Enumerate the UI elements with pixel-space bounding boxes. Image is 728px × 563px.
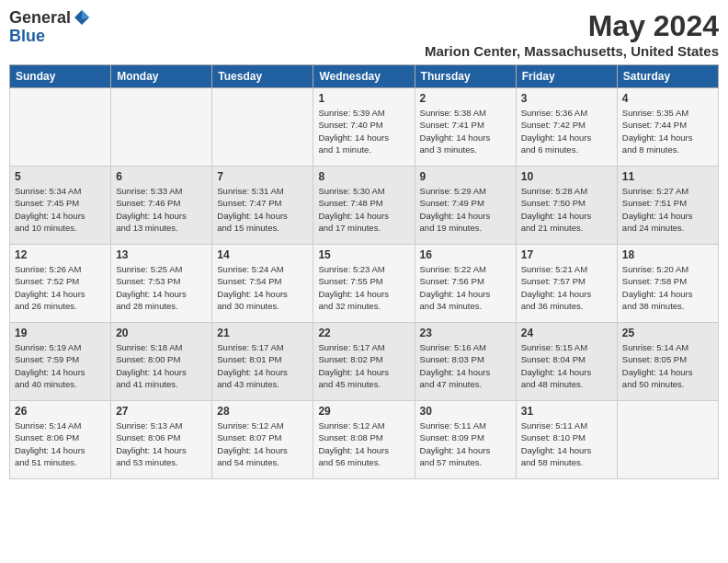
day-info-line: Sunset: 8:05 PM <box>622 353 713 365</box>
day-info-line: Sunset: 8:10 PM <box>521 431 612 443</box>
day-info-line: Sunrise: 5:33 AM <box>116 185 207 197</box>
calendar-cell: 19Sunrise: 5:19 AMSunset: 7:59 PMDayligh… <box>10 323 111 401</box>
calendar-cell: 2Sunrise: 5:38 AMSunset: 7:41 PMDaylight… <box>415 88 516 167</box>
day-info-line: Daylight: 14 hours <box>622 132 713 144</box>
calendar-cell: 13Sunrise: 5:25 AMSunset: 7:53 PMDayligh… <box>111 245 212 323</box>
day-info-line: Sunset: 8:06 PM <box>15 431 106 443</box>
day-info-line: Sunrise: 5:28 AM <box>521 185 612 197</box>
day-info-line: Daylight: 14 hours <box>318 210 409 222</box>
day-info-line: and 15 minutes. <box>217 222 308 234</box>
day-info-line: Sunset: 7:42 PM <box>521 119 612 131</box>
logo: General Blue <box>9 9 91 46</box>
day-info-line: Daylight: 14 hours <box>15 288 106 300</box>
header-row: Sunday Monday Tuesday Wednesday Thursday… <box>10 65 719 88</box>
calendar-cell: 10Sunrise: 5:28 AMSunset: 7:50 PMDayligh… <box>516 167 617 245</box>
day-number: 8 <box>318 170 409 183</box>
day-info-line: Sunset: 7:49 PM <box>420 197 511 209</box>
calendar-cell: 3Sunrise: 5:36 AMSunset: 7:42 PMDaylight… <box>516 88 617 167</box>
day-info-line: Daylight: 14 hours <box>622 210 713 222</box>
calendar-cell: 22Sunrise: 5:17 AMSunset: 8:02 PMDayligh… <box>313 323 415 401</box>
calendar-cell: 11Sunrise: 5:27 AMSunset: 7:51 PMDayligh… <box>617 167 718 245</box>
day-info-line: Sunrise: 5:13 AM <box>116 419 207 431</box>
day-info-line: and 6 minutes. <box>521 144 612 155</box>
calendar-cell: 20Sunrise: 5:18 AMSunset: 8:00 PMDayligh… <box>111 323 212 401</box>
day-info-line: and 28 minutes. <box>116 300 207 312</box>
day-number: 16 <box>420 248 511 261</box>
day-info-line: and 50 minutes. <box>622 378 713 390</box>
day-number: 6 <box>116 170 207 183</box>
header-monday: Monday <box>111 65 212 88</box>
day-info-line: Sunrise: 5:27 AM <box>622 185 713 197</box>
day-number: 31 <box>521 405 612 418</box>
calendar-cell: 16Sunrise: 5:22 AMSunset: 7:56 PMDayligh… <box>415 245 516 323</box>
day-info-line: Sunrise: 5:14 AM <box>15 419 106 431</box>
day-number: 5 <box>15 170 106 183</box>
day-info-line: Sunrise: 5:15 AM <box>521 341 612 353</box>
day-info-line: and 26 minutes. <box>15 300 106 312</box>
calendar-cell: 26Sunrise: 5:14 AMSunset: 8:06 PMDayligh… <box>10 401 111 479</box>
calendar-cell: 12Sunrise: 5:26 AMSunset: 7:52 PMDayligh… <box>10 245 111 323</box>
day-info-line: Sunrise: 5:23 AM <box>318 263 409 275</box>
day-info-line: Sunrise: 5:36 AM <box>521 107 612 119</box>
calendar-cell: 17Sunrise: 5:21 AMSunset: 7:57 PMDayligh… <box>516 245 617 323</box>
day-info-line: Daylight: 14 hours <box>116 288 207 300</box>
day-info-line: Sunrise: 5:16 AM <box>420 341 511 353</box>
day-info-line: Daylight: 14 hours <box>318 444 409 456</box>
day-info-line: and 45 minutes. <box>318 378 409 390</box>
day-info-line: and 13 minutes. <box>116 222 207 234</box>
day-info-line: Daylight: 14 hours <box>318 288 409 300</box>
day-info-line: and 8 minutes. <box>622 144 713 155</box>
day-info-line: Sunrise: 5:24 AM <box>217 263 308 275</box>
day-info-line: and 36 minutes. <box>521 300 612 312</box>
day-info-line: Sunset: 8:09 PM <box>420 431 511 443</box>
day-info-line: and 57 minutes. <box>420 456 511 468</box>
day-info-line: and 1 minute. <box>318 144 409 155</box>
day-info-line: Daylight: 14 hours <box>15 444 106 456</box>
day-number: 28 <box>217 405 308 418</box>
day-info-line: and 40 minutes. <box>15 378 106 390</box>
day-info-line: Sunset: 8:07 PM <box>217 431 308 443</box>
calendar-cell <box>10 88 111 167</box>
day-info-line: Sunrise: 5:38 AM <box>420 107 511 119</box>
calendar-cell: 15Sunrise: 5:23 AMSunset: 7:55 PMDayligh… <box>313 245 415 323</box>
day-info-line: and 32 minutes. <box>318 300 409 312</box>
calendar-cell: 18Sunrise: 5:20 AMSunset: 7:58 PMDayligh… <box>617 245 718 323</box>
header-sunday: Sunday <box>10 65 111 88</box>
calendar-week-3: 12Sunrise: 5:26 AMSunset: 7:52 PMDayligh… <box>10 245 719 323</box>
day-info-line: Sunrise: 5:35 AM <box>622 107 713 119</box>
calendar-cell: 30Sunrise: 5:11 AMSunset: 8:09 PMDayligh… <box>415 401 516 479</box>
day-info-line: Daylight: 14 hours <box>15 366 106 378</box>
day-info-line: Daylight: 14 hours <box>622 288 713 300</box>
day-info-line: Sunrise: 5:26 AM <box>15 263 106 275</box>
day-info-line: Sunrise: 5:31 AM <box>217 185 308 197</box>
day-info-line: Sunrise: 5:25 AM <box>116 263 207 275</box>
day-info-line: and 21 minutes. <box>521 222 612 234</box>
day-info-line: Sunset: 8:08 PM <box>318 431 409 443</box>
day-number: 30 <box>420 405 511 418</box>
calendar-cell: 28Sunrise: 5:12 AMSunset: 8:07 PMDayligh… <box>212 401 313 479</box>
calendar-cell <box>111 88 212 167</box>
month-year-title: May 2024 <box>425 9 719 43</box>
day-info-line: Sunrise: 5:22 AM <box>420 263 511 275</box>
day-number: 10 <box>521 170 612 183</box>
day-info-line: Sunset: 7:51 PM <box>622 197 713 209</box>
day-info-line: Sunset: 7:56 PM <box>420 275 511 287</box>
day-number: 7 <box>217 170 308 183</box>
day-number: 20 <box>116 327 207 339</box>
calendar-cell <box>212 88 313 167</box>
day-info-line: Sunset: 7:41 PM <box>420 119 511 131</box>
day-info-line: Sunrise: 5:11 AM <box>521 419 612 431</box>
day-info-line: Sunset: 7:52 PM <box>15 275 106 287</box>
day-info-line: Sunrise: 5:17 AM <box>318 341 409 353</box>
day-info-line: Sunrise: 5:18 AM <box>116 341 207 353</box>
day-number: 9 <box>420 170 511 183</box>
day-info-line: Daylight: 14 hours <box>318 366 409 378</box>
day-info-line: Sunrise: 5:29 AM <box>420 185 511 197</box>
header-thursday: Thursday <box>415 65 516 88</box>
day-info-line: Daylight: 14 hours <box>116 210 207 222</box>
header-wednesday: Wednesday <box>313 65 415 88</box>
logo-icon <box>73 8 91 27</box>
day-info-line: Sunset: 8:03 PM <box>420 353 511 365</box>
calendar-cell: 8Sunrise: 5:30 AMSunset: 7:48 PMDaylight… <box>313 167 415 245</box>
day-info-line: and 48 minutes. <box>521 378 612 390</box>
